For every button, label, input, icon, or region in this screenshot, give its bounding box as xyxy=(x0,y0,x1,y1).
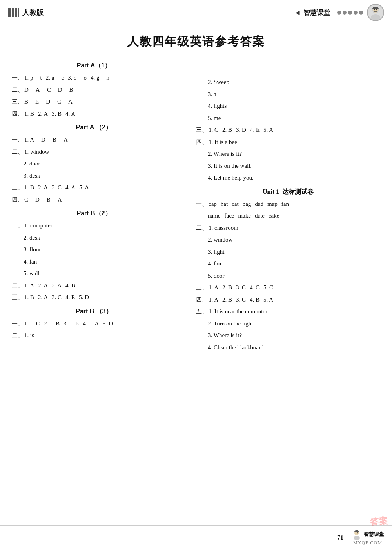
section-partB2-title: Part B（2） xyxy=(12,209,176,218)
answer-item: 4. Let me help you. xyxy=(196,173,380,183)
answer-item: 5. wall xyxy=(12,269,176,279)
answer-item: 5. me xyxy=(196,113,380,124)
dot-4 xyxy=(354,11,358,15)
answer-item: 四、CDBA xyxy=(12,195,176,205)
answer-item: 3. It is on the wall. xyxy=(196,161,380,171)
answer-item: 二、1. classroom xyxy=(196,223,380,233)
answer-item: 一、caphatcatbagdadmapfan xyxy=(196,199,380,209)
page-header: 人教版 ◄ 智慧课堂 xyxy=(0,0,392,24)
answer-item: 一、1. －C2. －B3. －E4. －A5. D xyxy=(12,319,176,329)
answer-item: 三、1. B2. A3. C4. E5. D xyxy=(12,293,176,303)
answer-item: namefacemakedatecake xyxy=(196,211,380,221)
section-partA1-title: Part A（1） xyxy=(12,62,176,70)
footer-logo: 智慧课堂 xyxy=(351,529,384,540)
svg-point-4 xyxy=(376,9,377,10)
dot-2 xyxy=(343,11,347,15)
answer-item: 五、1. It is near the computer. xyxy=(196,307,380,317)
answer-item: 二、1. window xyxy=(12,147,176,157)
svg-point-8 xyxy=(354,536,360,540)
publisher-label: 人教版 xyxy=(22,8,44,17)
page-watermark: 答案 xyxy=(370,515,388,528)
footer-brand: 智慧课堂 MXQE.COM xyxy=(351,529,384,546)
stripe-2 xyxy=(12,8,14,17)
answer-item: 2. Sweep xyxy=(196,77,380,87)
answer-item: 二、1. A2. A3. A4. B xyxy=(12,281,176,291)
answer-item: 5. door xyxy=(196,271,380,281)
answer-item: 四、1. It is a bee. xyxy=(196,137,380,147)
answer-item: 2. desk xyxy=(12,233,176,243)
answer-item: 三、1. A2. B3. C4. C5. C xyxy=(196,283,380,293)
answer-item: 三、1. C2. B3. D4. E5. A xyxy=(196,125,380,135)
answer-item: 一、1. pt2. ac3. oo4. gh xyxy=(12,73,176,83)
stripe-logo xyxy=(8,8,19,17)
answer-item: 4. fan xyxy=(12,257,176,267)
answer-item: 4. fan xyxy=(196,259,380,269)
answer-item: 四、1. B2. A3. B4. A xyxy=(12,109,176,119)
page-footer: 71 智慧课堂 MXQE.COM xyxy=(0,525,392,549)
answer-item: 一、1. computer xyxy=(12,221,176,231)
left-column: Part A（1） 一、1. pt2. ac3. oo4. gh 二、DACDB… xyxy=(12,57,184,354)
answer-item: 4. lights xyxy=(196,101,380,111)
brand-name: ◄ 智慧课堂 xyxy=(294,8,330,17)
dot-5 xyxy=(359,11,363,15)
page-number: 71 xyxy=(337,534,343,541)
answer-item: 2. Where is it? xyxy=(196,149,380,159)
answer-item: 3. desk xyxy=(12,171,176,181)
answer-item: 一、1. ADBA xyxy=(12,135,176,145)
unit1-title: Unit 1 达标测试卷 xyxy=(196,188,380,196)
main-content: Part A（1） 一、1. pt2. ac3. oo4. gh 二、DACDB… xyxy=(0,57,392,354)
answer-item: 4. Clean the blackboard. xyxy=(196,343,380,353)
svg-point-3 xyxy=(374,9,375,10)
section-partA2-title: Part A （2） xyxy=(12,124,176,132)
answer-item: 3. floor xyxy=(12,245,176,255)
answer-item: 2. window xyxy=(196,235,380,245)
answer-item: 3. a xyxy=(196,89,380,100)
dot-1 xyxy=(337,11,341,15)
header-dots xyxy=(337,11,363,15)
answer-item: 二、1. is xyxy=(12,331,176,341)
stripe-4 xyxy=(18,8,19,17)
svg-point-6 xyxy=(356,532,356,533)
answer-item: 2. Turn on the light. xyxy=(196,319,380,329)
header-left: 人教版 xyxy=(8,8,44,17)
mxqe-watermark: MXQE.COM xyxy=(353,540,382,546)
answer-item: 二、DACDB xyxy=(12,85,176,95)
answer-item: 3. Where is it? xyxy=(196,331,380,341)
stripe-1 xyxy=(8,8,11,17)
answer-item: 2. door xyxy=(12,159,176,169)
answer-item: 3. light xyxy=(196,247,380,257)
section-partB3-title: Part B （3） xyxy=(12,307,176,316)
arrow-icon: ◄ xyxy=(294,9,301,17)
avatar xyxy=(367,4,384,21)
stripe-3 xyxy=(15,8,17,17)
svg-point-1 xyxy=(371,14,380,20)
answer-item: 三、BEDCA xyxy=(12,97,176,107)
dot-3 xyxy=(348,11,352,15)
answer-item: 四、1. A2. B3. C4. B5. A xyxy=(196,295,380,305)
header-right: ◄ 智慧课堂 xyxy=(294,4,384,21)
footer-avatar-icon xyxy=(351,529,362,540)
page-title: 人教四年级英语参考答案 xyxy=(0,34,392,50)
right-column: 2. Sweep 3. a 4. lights 5. me 三、1. C2. B… xyxy=(184,57,380,354)
answer-item: 三、1. B2. A3. C4. A5. A xyxy=(12,183,176,193)
svg-point-7 xyxy=(357,532,358,533)
